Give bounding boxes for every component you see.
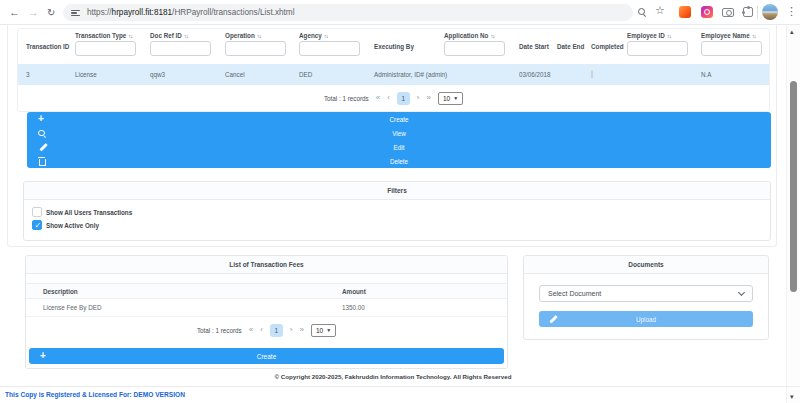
create-label: Create xyxy=(27,116,771,123)
extension-fox-icon[interactable] xyxy=(679,6,691,18)
column-transaction-type: Transaction Type↑↓ xyxy=(75,32,150,60)
sort-icon[interactable]: ↑↓ xyxy=(752,33,756,39)
sort-icon[interactable]: ↑↓ xyxy=(667,33,671,39)
address-bar[interactable]: https://hrpayroll.fit:8181/HRPayroll/tra… xyxy=(63,4,633,21)
filter-input-doc-ref-id[interactable] xyxy=(150,41,211,56)
show-active-only-checkbox[interactable] xyxy=(32,220,42,230)
transactions-paginator: Total : 1 records « ‹ 1 › » 10▼ xyxy=(18,85,769,111)
sort-employee-id[interactable]: Employee ID↑↓ xyxy=(627,32,701,39)
forward-icon[interactable]: → xyxy=(28,5,39,19)
edit-label: Edit xyxy=(27,144,771,151)
extension-pink-icon[interactable] xyxy=(701,6,713,18)
current-page[interactable]: 1 xyxy=(397,92,410,105)
pencil-icon xyxy=(548,311,558,327)
cell-agency: DED xyxy=(299,71,374,78)
sort-employee-name[interactable]: Employee Name↑↓ xyxy=(701,32,769,39)
view-label: View xyxy=(27,130,771,137)
cell-completed xyxy=(591,71,627,78)
sort-icon[interactable]: ↑↓ xyxy=(257,33,261,39)
scrollbar-thumb[interactable] xyxy=(790,81,797,292)
create-fee-button[interactable]: + Create xyxy=(29,348,504,364)
column-doc-ref-id: Doc Ref ID↑↓ xyxy=(150,32,225,60)
filter-input-employee-name[interactable] xyxy=(701,41,762,56)
upload-label: Upload xyxy=(539,316,753,323)
column-transaction-id: Transaction ID xyxy=(26,32,75,60)
filter-input-operation[interactable] xyxy=(225,41,286,56)
delete-button[interactable]: Delete xyxy=(27,154,771,168)
cell-executing-by: Administrator, ID# (admin) xyxy=(374,71,444,78)
license-banner: This Copy is Registered & Licensed For: … xyxy=(5,391,185,398)
footer-divider xyxy=(0,386,800,387)
reload-icon[interactable]: ↻ xyxy=(47,6,55,20)
next-page-icon[interactable]: › xyxy=(417,94,420,102)
extension-camera-icon[interactable] xyxy=(722,8,734,17)
fees-column-description: Description xyxy=(26,288,342,295)
document-select[interactable]: Select Document xyxy=(539,285,753,302)
vertical-scrollbar[interactable]: ▴ ▾ xyxy=(786,25,800,403)
completed-checkbox[interactable] xyxy=(591,70,593,79)
sort-icon[interactable]: ↑↓ xyxy=(184,33,188,39)
documents-title: Documents xyxy=(524,256,768,274)
sort-transaction-type[interactable]: Transaction Type↑↓ xyxy=(75,32,150,39)
cell-transaction-type: License xyxy=(75,71,150,78)
page-size-select[interactable]: 10▼ xyxy=(311,324,336,337)
column-operation: Operation↑↓ xyxy=(225,32,299,60)
first-page-icon[interactable]: « xyxy=(376,94,380,102)
back-icon[interactable]: ← xyxy=(9,5,20,19)
create-fee-label: Create xyxy=(29,353,504,360)
view-button[interactable]: View xyxy=(27,126,771,140)
fee-description: License Fee By DED xyxy=(26,304,342,311)
sort-icon[interactable]: ↑↓ xyxy=(324,33,328,39)
last-page-icon[interactable]: » xyxy=(426,94,430,102)
sort-icon[interactable]: ↑↓ xyxy=(128,33,132,39)
column-application-no: Application No↑↓ xyxy=(444,32,519,60)
page-size-select[interactable]: 10▼ xyxy=(438,92,463,105)
filter-show-all-users[interactable]: Show All Users Transactions xyxy=(32,207,762,217)
create-button[interactable]: + Create xyxy=(27,112,771,126)
fee-amount: 1350.00 xyxy=(342,304,507,311)
scroll-up-icon[interactable]: ▴ xyxy=(790,28,794,35)
copyright-text: © Copyright 2020-2025, Fakhruddin Inform… xyxy=(0,373,786,380)
upload-button[interactable]: Upload xyxy=(539,311,753,327)
column-label: Executing By xyxy=(374,43,444,50)
sort-operation[interactable]: Operation↑↓ xyxy=(225,32,299,39)
paginator-total: Total : 1 records xyxy=(197,327,242,334)
first-page-icon[interactable]: « xyxy=(249,326,253,334)
filter-input-transaction-type[interactable] xyxy=(75,41,136,56)
filter-input-application-no[interactable] xyxy=(444,41,505,56)
site-settings-icon[interactable] xyxy=(71,8,80,17)
edit-button[interactable]: Edit xyxy=(27,140,771,154)
next-page-icon[interactable]: › xyxy=(290,326,293,334)
last-page-icon[interactable]: » xyxy=(299,326,303,334)
extensions-puzzle-icon[interactable] xyxy=(743,7,753,17)
column-completed: Completed xyxy=(591,32,627,60)
url-text: https://hrpayroll.fit:8181/HRPayroll/tra… xyxy=(87,8,295,17)
sort-icon[interactable]: ↑↓ xyxy=(490,33,494,39)
search-icon xyxy=(38,126,45,140)
table-row[interactable]: 3 License qqw3 Cancel DED Administrator,… xyxy=(18,64,769,85)
filter-input-agency[interactable] xyxy=(299,41,360,56)
sort-agency[interactable]: Agency↑↓ xyxy=(299,32,374,39)
fees-table-row[interactable]: License Fee By DED 1350.00 xyxy=(26,299,507,317)
prev-page-icon[interactable]: ‹ xyxy=(387,94,390,102)
prev-page-icon[interactable]: ‹ xyxy=(260,326,263,334)
bookmark-star-icon[interactable]: ☆ xyxy=(655,4,665,17)
profile-avatar[interactable] xyxy=(762,4,778,20)
cell-transaction-id: 3 xyxy=(26,71,75,78)
fees-table-header: Description Amount xyxy=(26,283,507,299)
show-all-users-checkbox[interactable] xyxy=(32,207,42,217)
sort-application-no[interactable]: Application No↑↓ xyxy=(444,32,519,39)
filter-show-active-only[interactable]: Show Active Only xyxy=(32,220,762,230)
sort-doc-ref-id[interactable]: Doc Ref ID↑↓ xyxy=(150,32,225,39)
fees-paginator: Total : 1 records « ‹ 1 › » 10▼ xyxy=(26,317,507,343)
chevron-down-icon: ▼ xyxy=(326,327,331,333)
browser-menu-icon[interactable]: ⋮ xyxy=(786,5,797,18)
column-executing-by: Executing By xyxy=(374,32,444,60)
scroll-down-icon[interactable]: ▾ xyxy=(790,393,794,400)
filter-input-employee-id[interactable] xyxy=(627,41,688,56)
zoom-icon[interactable] xyxy=(638,8,645,15)
cell-employee-name: N.A xyxy=(701,71,769,78)
current-page[interactable]: 1 xyxy=(270,324,283,337)
document-select-value: Select Document xyxy=(548,290,601,297)
column-label: Completed xyxy=(591,43,627,50)
